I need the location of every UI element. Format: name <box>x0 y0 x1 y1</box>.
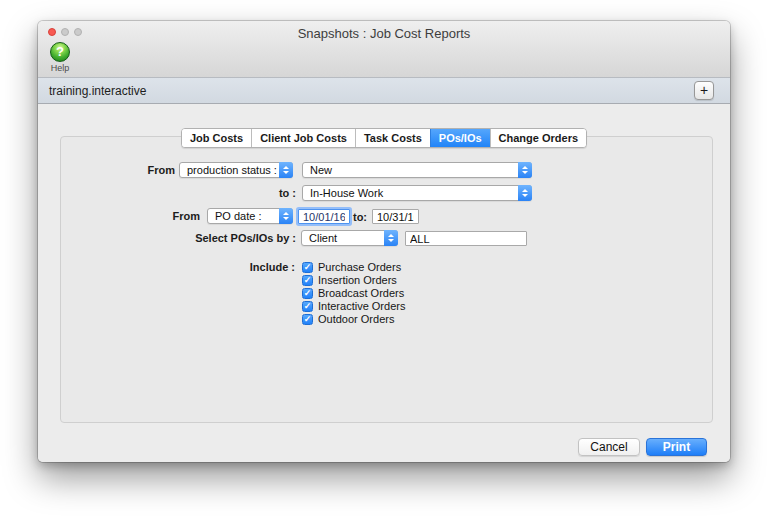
checkbox-checked-icon[interactable]: ✓ <box>302 301 313 312</box>
print-button[interactable]: Print <box>646 438 707 456</box>
title-bar: Snapshots : Job Cost Reports ? Help <box>38 21 730 77</box>
date-to-label: to: <box>351 209 369 225</box>
checkbox-checked-icon[interactable]: ✓ <box>302 314 313 325</box>
date-from-input[interactable] <box>298 209 350 224</box>
include-label: Include : <box>218 261 295 273</box>
checkbox-label: Outdoor Orders <box>318 313 394 325</box>
help-button[interactable]: ? Help <box>47 42 73 73</box>
up-down-stepper-icon <box>518 162 532 178</box>
status-from-popup-value: New <box>303 163 518 177</box>
desktop-background: Snapshots : Job Cost Reports ? Help trai… <box>0 0 767 521</box>
checkbox-label: Insertion Orders <box>318 274 397 286</box>
date-to-input[interactable] <box>372 209 419 224</box>
tab-client-job-costs[interactable]: Client Job Costs <box>251 129 355 147</box>
zoom-window-icon[interactable] <box>74 28 82 36</box>
include-purchase-orders-row: ✓ Purchase Orders <box>302 261 401 273</box>
include-insertion-orders-row: ✓ Insertion Orders <box>302 274 397 286</box>
checkbox-label: Interactive Orders <box>318 300 405 312</box>
checkbox-label: Purchase Orders <box>318 261 401 273</box>
checkbox-checked-icon[interactable]: ✓ <box>302 288 313 299</box>
cancel-button[interactable]: Cancel <box>578 438 640 456</box>
up-down-stepper-icon <box>279 208 293 224</box>
minimize-window-icon[interactable] <box>61 28 69 36</box>
report-set-name: training.interactive <box>49 84 146 98</box>
include-broadcast-orders-row: ✓ Broadcast Orders <box>302 287 404 299</box>
up-down-stepper-icon <box>518 185 532 201</box>
checkbox-checked-icon[interactable]: ✓ <box>302 262 313 273</box>
segmented-control: Job Costs Client Job Costs Task Costs PO… <box>181 128 587 148</box>
status-to-popup-value: In-House Work <box>303 186 518 200</box>
tab-job-costs[interactable]: Job Costs <box>182 129 251 147</box>
tab-change-orders[interactable]: Change Orders <box>490 129 586 147</box>
report-set-bar: training.interactive + <box>38 77 730 104</box>
up-down-stepper-icon <box>384 230 398 246</box>
window-controls <box>48 28 82 36</box>
status-to-popup[interactable]: In-House Work <box>302 185 532 201</box>
select-by-value-input[interactable] <box>405 231 527 246</box>
report-tabs: Job Costs Client Job Costs Task Costs PO… <box>38 128 730 148</box>
status-from-label: From <box>98 162 175 178</box>
date-from-label: From <box>123 208 200 224</box>
select-by-label: Select POs/IOs by : <box>148 230 296 246</box>
snapshots-job-cost-reports-window: Snapshots : Job Cost Reports ? Help trai… <box>38 21 730 462</box>
status-from-popup[interactable]: New <box>302 162 532 178</box>
select-by-popup-value: Client <box>302 231 384 245</box>
status-to-label: to : <box>198 185 296 201</box>
up-down-stepper-icon <box>279 162 293 178</box>
checkbox-checked-icon[interactable]: ✓ <box>302 275 313 286</box>
date-field-popup-value: PO date : <box>208 209 279 223</box>
tab-task-costs[interactable]: Task Costs <box>355 129 430 147</box>
checkbox-label: Broadcast Orders <box>318 287 404 299</box>
tab-pos-ios[interactable]: POs/IOs <box>430 129 490 147</box>
include-outdoor-orders-row: ✓ Outdoor Orders <box>302 313 394 325</box>
status-field-popup[interactable]: production status : <box>179 162 293 178</box>
date-field-popup[interactable]: PO date : <box>207 208 293 224</box>
include-interactive-orders-row: ✓ Interactive Orders <box>302 300 405 312</box>
close-window-icon[interactable] <box>48 28 56 36</box>
window-title: Snapshots : Job Cost Reports <box>98 26 670 41</box>
status-field-popup-value: production status : <box>180 163 279 177</box>
select-by-popup[interactable]: Client <box>301 230 398 246</box>
add-report-button[interactable]: + <box>694 81 714 100</box>
help-label: Help <box>47 63 73 73</box>
help-question-icon: ? <box>50 42 70 62</box>
